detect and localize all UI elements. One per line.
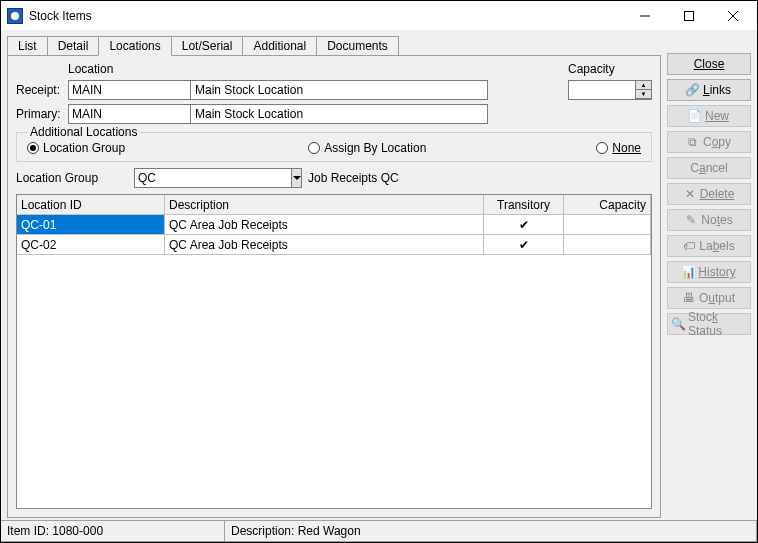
titlebar: Stock Items [1, 1, 757, 31]
tab-documents[interactable]: Documents [316, 36, 399, 56]
additional-locations-legend: Additional Locations [27, 125, 140, 139]
delete-button[interactable]: ✕ Delete [667, 183, 751, 205]
cell-transitory: ✔ [484, 235, 564, 255]
history-button[interactable]: 📊 History [667, 261, 751, 283]
output-button[interactable]: 🖶 Output [667, 287, 751, 309]
radio-none[interactable]: None [596, 141, 641, 155]
radio-dot-icon [27, 142, 39, 154]
capacity-down-button[interactable]: ▼ [635, 90, 651, 99]
cell-description: QC Area Job Receipts [165, 235, 484, 255]
location-group-combo [134, 168, 302, 188]
radio-assign-by-location[interactable]: Assign By Location [308, 141, 426, 155]
location-group-input[interactable] [134, 168, 292, 188]
sidebar: Close 🔗 Links 📄 New ⧉ Copy Cancel [667, 35, 751, 518]
app-icon [7, 8, 23, 24]
col-description[interactable]: Description [165, 195, 484, 215]
primary-desc: Main Stock Location [190, 104, 488, 124]
tab-body-locations: Location Capacity Receipt: ··· Main Stoc… [7, 55, 661, 518]
radio-dot-icon [308, 142, 320, 154]
labels-button[interactable]: 🏷 Labels [667, 235, 751, 257]
statusbar: Item ID: 1080-000 Description: Red Wagon [1, 520, 757, 542]
copy-button[interactable]: ⧉ Copy [667, 131, 751, 153]
minimize-button[interactable] [623, 2, 667, 30]
col-capacity[interactable]: Capacity [564, 195, 651, 215]
cell-location-id: QC-02 [17, 235, 165, 255]
tab-detail[interactable]: Detail [47, 36, 100, 56]
close-button[interactable]: Close [667, 53, 751, 75]
capacity-spinner: ▲ ▼ [568, 80, 652, 100]
additional-locations-group: Additional Locations Location Group Assi… [16, 132, 652, 162]
table-row[interactable]: QC-01 QC Area Job Receipts ✔ [17, 215, 651, 235]
new-button[interactable]: 📄 New [667, 105, 751, 127]
tab-list[interactable]: List [7, 36, 48, 56]
cell-transitory: ✔ [484, 215, 564, 235]
tab-additional[interactable]: Additional [242, 36, 317, 56]
notes-button[interactable]: ✎ Notes [667, 209, 751, 231]
receipt-label: Receipt: [16, 83, 64, 97]
body-area: List Detail Locations Lot/Serial Additio… [1, 31, 757, 542]
cancel-button[interactable]: Cancel [667, 157, 751, 179]
copy-icon: ⧉ [687, 136, 699, 148]
cell-location-id: QC-01 [17, 215, 165, 235]
tab-lot-serial[interactable]: Lot/Serial [171, 36, 244, 56]
stock-items-window: Stock Items List Detail Locations Lot/Se… [0, 0, 758, 543]
receipt-lookup: ··· [68, 80, 186, 100]
col-location-id[interactable]: Location ID [17, 195, 165, 215]
new-icon: 📄 [689, 110, 701, 122]
checkmark-icon: ✔ [519, 238, 529, 252]
location-group-dropdown-button[interactable] [292, 168, 302, 188]
cell-capacity [564, 215, 651, 235]
links-button[interactable]: 🔗 Links [667, 79, 751, 101]
status-description: Description: Red Wagon [225, 521, 757, 542]
history-icon: 📊 [682, 266, 694, 278]
close-window-button[interactable] [711, 2, 755, 30]
capacity-input[interactable] [569, 81, 635, 99]
stock-status-icon: 🔍 [672, 318, 684, 330]
table-row[interactable]: QC-02 QC Area Job Receipts ✔ [17, 235, 651, 255]
window-title: Stock Items [29, 9, 623, 23]
svg-rect-1 [685, 11, 694, 20]
tab-panel: List Detail Locations Lot/Serial Additio… [7, 35, 661, 518]
radio-dot-icon [596, 142, 608, 154]
tab-locations[interactable]: Locations [98, 36, 171, 56]
tabs-strip: List Detail Locations Lot/Serial Additio… [7, 35, 661, 55]
svg-marker-4 [293, 176, 301, 180]
receipt-desc: Main Stock Location [190, 80, 488, 100]
radio-location-group[interactable]: Location Group [27, 141, 125, 155]
links-icon: 🔗 [687, 84, 699, 96]
stock-status-button[interactable]: 🔍 Stock Status [667, 313, 751, 335]
window-controls [623, 2, 755, 30]
cell-description: QC Area Job Receipts [165, 215, 484, 235]
cell-capacity [564, 235, 651, 255]
output-icon: 🖶 [683, 292, 695, 304]
primary-label: Primary: [16, 107, 64, 121]
location-group-label: Location Group [16, 171, 128, 185]
checkmark-icon: ✔ [519, 218, 529, 232]
location-group-desc: Job Receipts QC [308, 171, 399, 185]
delete-icon: ✕ [684, 188, 696, 200]
maximize-button[interactable] [667, 2, 711, 30]
grid-header: Location ID Description Transitory Capac… [17, 195, 651, 215]
upper-area: List Detail Locations Lot/Serial Additio… [1, 31, 757, 520]
primary-lookup: ··· [68, 104, 186, 124]
status-item-id: Item ID: 1080-000 [1, 521, 225, 542]
locations-grid: Location ID Description Transitory Capac… [16, 194, 652, 509]
location-heading: Location [68, 62, 186, 76]
capacity-heading: Capacity [568, 62, 652, 76]
col-transitory[interactable]: Transitory [484, 195, 564, 215]
capacity-up-button[interactable]: ▲ [635, 81, 651, 90]
labels-icon: 🏷 [683, 240, 695, 252]
notes-icon: ✎ [685, 214, 697, 226]
